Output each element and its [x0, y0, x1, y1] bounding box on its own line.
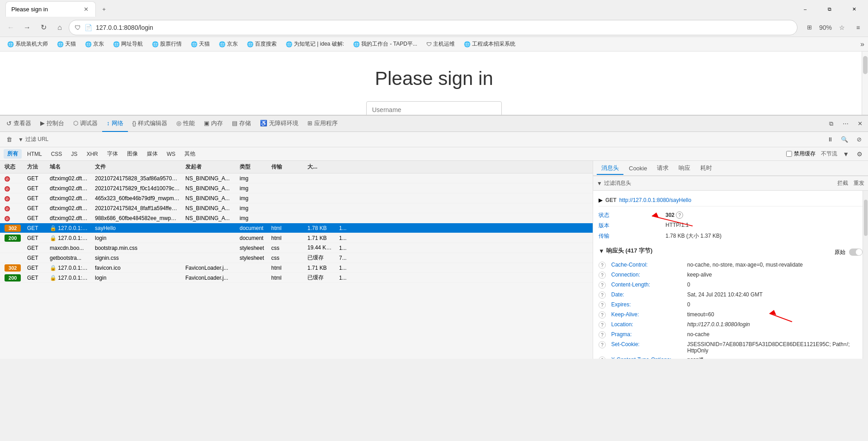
tab-inspector[interactable]: ↺ 查看器: [2, 116, 36, 132]
table-row[interactable]: ⊘ GET dfzximg02.dfto... 20210724175828_3…: [0, 174, 593, 183]
filter-all[interactable]: 所有: [4, 149, 22, 159]
tab-console[interactable]: ▶ 控制台: [36, 116, 69, 132]
filter-media[interactable]: 媒体: [143, 149, 161, 159]
help-keep-alive-icon[interactable]: ?: [599, 311, 606, 319]
minimize-button[interactable]: –: [795, 2, 816, 16]
tab-debugger[interactable]: ⬡ 调试器: [69, 116, 102, 132]
selected-row[interactable]: 302 GET 🔒 127.0.0.1:8080 sayHello docume…: [0, 223, 593, 233]
filter-xhr[interactable]: XHR: [83, 150, 101, 158]
bookmark-12[interactable]: 🌐工程成本招采系统: [460, 39, 519, 49]
bookmark-6[interactable]: 🌐天猫: [187, 39, 213, 49]
bookmark-7[interactable]: 🌐京东: [215, 39, 241, 49]
help-icon[interactable]: ?: [676, 211, 683, 219]
filter-other[interactable]: 其他: [181, 149, 199, 159]
tab-performance[interactable]: ◎ 性能: [172, 116, 199, 132]
expand-icon[interactable]: ▶: [599, 197, 603, 203]
filter-js[interactable]: JS: [67, 150, 81, 158]
zoom-level[interactable]: 90%: [819, 21, 832, 34]
details-tab-timing[interactable]: 耗时: [696, 162, 717, 175]
details-tab-headers[interactable]: 消息头: [597, 162, 623, 175]
table-row[interactable]: GET maxcdn.boo... bootstrap.min.css styl…: [0, 243, 593, 253]
throttle-dropdown-icon[interactable]: ▼: [843, 150, 849, 158]
devtools-panel: ↺ 查看器 ▶ 控制台 ⬡ 调试器 ↕ 网络 {} 样式编辑器 ◎ 性能 ▣ 内…: [0, 115, 868, 359]
table-row[interactable]: GET getbootstra... signin.css stylesheet…: [0, 253, 593, 263]
bookmark-9[interactable]: 🌐为知笔记 | idea 破解:: [282, 39, 348, 49]
table-row[interactable]: 302 GET 🔒 127.0.0.1:8080 favicon.ico Fav…: [0, 263, 593, 273]
close-devtools-button[interactable]: ✕: [854, 117, 866, 130]
more-tools-button[interactable]: ⋯: [839, 117, 852, 130]
table-row[interactable]: ⊘ GET dfzximg02.dfto... 20210724175824_8…: [0, 203, 593, 213]
filter-ws[interactable]: WS: [163, 150, 179, 158]
settings-button[interactable]: ⚙: [854, 149, 864, 159]
row-time: 1...: [336, 225, 591, 231]
table-row[interactable]: ⊘ GET dfzximg02.dfto... 988x686_60fbe484…: [0, 213, 593, 223]
disable-cache-checkbox-label[interactable]: 禁用缓存: [786, 150, 816, 158]
address-bar[interactable]: 🛡 📄 127.0.0.1:8080/login: [69, 20, 797, 35]
pause-button[interactable]: ⏸: [825, 134, 835, 145]
filter-font[interactable]: 字体: [104, 149, 122, 159]
help-location-icon[interactable]: ?: [599, 321, 606, 328]
response-headers-toggle[interactable]: ▼ 响应头 (417 字节): [599, 247, 652, 255]
bookmark-11[interactable]: 🛡主机运维: [423, 39, 458, 49]
search-button[interactable]: 🔍: [839, 134, 850, 145]
menu-icon[interactable]: ≡: [852, 21, 864, 34]
bookmark-5[interactable]: 🌐股票行情: [148, 39, 185, 49]
clear-button[interactable]: 🗑: [4, 134, 14, 145]
tab-style-editor[interactable]: {} 样式编辑器: [128, 116, 172, 132]
bookmark-1[interactable]: 🌐系统装机大师: [4, 39, 52, 49]
details-tab-request[interactable]: 请求: [652, 162, 673, 175]
browser-icon[interactable]: ⊞: [803, 21, 816, 34]
help-cache-icon[interactable]: ?: [599, 262, 606, 269]
storage-icon: ▤: [232, 120, 237, 127]
table-row[interactable]: 200 GET 🔒 127.0.0.1:8080 login FaviconLo…: [0, 273, 593, 283]
bookmarks-more-button[interactable]: »: [860, 40, 864, 48]
intercept-button[interactable]: 拦截: [837, 179, 848, 187]
tab-memory[interactable]: ▣ 内存: [199, 116, 227, 132]
filter-css[interactable]: CSS: [47, 150, 66, 158]
tab-application[interactable]: ⊞ 应用程序: [303, 116, 342, 132]
refresh-button[interactable]: ↻: [36, 20, 51, 35]
help-connection-icon[interactable]: ?: [599, 272, 606, 279]
tab-storage[interactable]: ▤ 存储: [227, 116, 255, 132]
active-tab[interactable]: Please sign in ✕: [5, 1, 96, 17]
devtools-actions: ⧉ ⋯ ✕: [825, 117, 866, 130]
table-row[interactable]: ⊘ GET dfzximg02.dfto... 465x323_60fbe46b…: [0, 193, 593, 203]
help-expires-icon[interactable]: ?: [599, 301, 606, 309]
forward-button[interactable]: →: [20, 20, 34, 35]
tab-network[interactable]: ↕ 网络: [102, 116, 128, 132]
details-scrollbar[interactable]: [863, 191, 868, 359]
maximize-button[interactable]: ⧉: [819, 2, 840, 16]
help-content-length-icon[interactable]: ?: [599, 281, 606, 289]
filter-html[interactable]: HTML: [24, 150, 46, 158]
bookmark-4[interactable]: 🌐网址导航: [109, 39, 146, 49]
details-tab-cookie[interactable]: Cookie: [624, 163, 651, 174]
back-button[interactable]: ←: [4, 20, 18, 35]
resend-button[interactable]: 重发: [854, 179, 864, 187]
bookmark-3[interactable]: 🌐京东: [81, 39, 108, 49]
lock-icon-3: 🔒: [50, 265, 57, 271]
table-row[interactable]: ⊘ GET dfzximg02.dfto... 20210724175829_f…: [0, 183, 593, 193]
close-button[interactable]: ✕: [844, 2, 864, 16]
bookmark-2[interactable]: 🌐天猫: [53, 39, 80, 49]
bookmark-10[interactable]: 🌐我的工作台 - TAPD平...: [349, 39, 421, 49]
raw-toggle[interactable]: [849, 249, 863, 256]
help-date-icon[interactable]: ?: [599, 291, 606, 299]
favorites-icon[interactable]: ☆: [835, 21, 848, 34]
help-x-content-icon[interactable]: ?: [599, 357, 606, 359]
disable-cache-checkbox[interactable]: [786, 151, 792, 157]
home-button[interactable]: ⌂: [52, 20, 67, 35]
tab-accessibility[interactable]: ♿ 无障碍环境: [255, 116, 303, 132]
tab-close-button[interactable]: ✕: [82, 5, 90, 14]
help-pragma-icon[interactable]: ?: [599, 331, 606, 338]
page-scrollbar[interactable]: [862, 52, 868, 115]
new-tab-button[interactable]: +: [98, 3, 110, 15]
block-button[interactable]: ⊘: [854, 134, 864, 145]
dock-button[interactable]: ⧉: [825, 117, 837, 130]
globe-icon-7: 🌐: [219, 41, 226, 47]
bookmark-8[interactable]: 🌐百度搜索: [243, 39, 280, 49]
filter-image[interactable]: 图像: [123, 149, 142, 159]
help-set-cookie-icon[interactable]: ?: [599, 341, 606, 348]
table-row[interactable]: 200 GET 🔒 127.0.0.1:8080 login document …: [0, 233, 593, 243]
details-tab-response[interactable]: 响应: [674, 162, 695, 175]
username-input[interactable]: [366, 101, 502, 115]
